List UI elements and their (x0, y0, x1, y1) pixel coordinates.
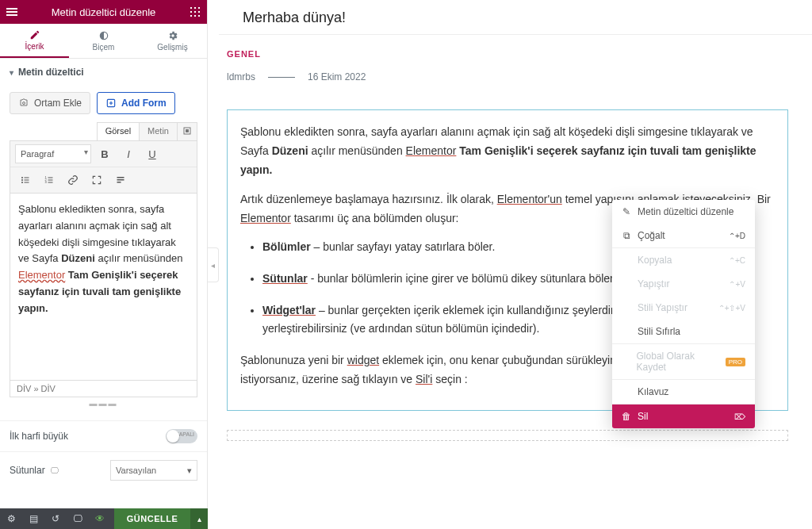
svg-rect-17 (25, 180, 29, 181)
panel-footer: ⚙ ▤ ↺ 🖵 👁 GÜNCELLE ▴ (0, 508, 208, 529)
fullscreen-button[interactable] (86, 171, 107, 190)
svg-point-10 (23, 102, 25, 105)
bulleted-list-button[interactable] (15, 171, 36, 190)
ctx-paste-style: Stili Yapıştır⌃+⇧+V (612, 296, 755, 320)
link-button[interactable] (63, 171, 83, 190)
caret-down-icon: ▾ (10, 68, 13, 77)
svg-point-14 (21, 177, 23, 178)
svg-point-18 (21, 182, 23, 183)
ctx-edit[interactable]: ✎Metin düzeltici düzenle (612, 200, 755, 224)
wysiwyg-toolbar: Paragraf B I U 123 (10, 141, 197, 194)
editor-panel: Metin düzeltici düzenle İçerik Biçem Gel… (0, 0, 208, 529)
editor-area: Ortam Ekle Add Form Görsel Metin Paragra… (0, 86, 207, 420)
underline-button[interactable]: U (142, 144, 163, 163)
tab-content-label: İçerik (25, 42, 44, 51)
tab-content[interactable]: İçerik (0, 24, 69, 58)
svg-point-16 (21, 179, 23, 181)
post-category[interactable]: GENEL (227, 49, 788, 59)
panel-tabs: İçerik Biçem Gelişmiş (0, 24, 207, 59)
panel-header: Metin düzeltici düzenle (0, 0, 207, 24)
add-media-label: Ortam Ekle (34, 98, 82, 109)
add-form-button[interactable]: Add Form (97, 92, 175, 114)
svg-rect-4 (194, 11, 196, 13)
columns-select[interactable]: Varsayılan▾ (110, 460, 197, 481)
duplicate-icon: ⧉ (622, 230, 631, 241)
trash-icon: 🗑 (622, 411, 631, 422)
ctx-paste: Yapıştır⌃+V (612, 272, 755, 296)
editor-distraction-free-icon[interactable] (177, 122, 197, 140)
editor-tab-visual[interactable]: Görsel (97, 122, 140, 140)
svg-rect-15 (25, 178, 29, 178)
svg-rect-21 (48, 178, 53, 178)
post-title: Merhaba dünya! (219, 0, 812, 34)
columns-row: Sütunlar🖵 Varsayılan▾ (0, 451, 207, 489)
ctx-duplicate[interactable]: ⧉Çoğalt⌃+D (612, 224, 755, 247)
svg-rect-7 (194, 15, 196, 17)
device-icon[interactable]: 🖵 (50, 466, 59, 475)
ctx-global-save: Global Olarak KaydetPRO (612, 344, 755, 379)
panel-title: Metin düzeltici düzenle (24, 6, 183, 18)
divider (268, 77, 295, 78)
toggle-knob (167, 430, 179, 443)
tab-style-label: Biçem (93, 43, 115, 52)
tab-advanced[interactable]: Gelişmiş (138, 24, 207, 58)
delete-kb-icon: ⌦ (734, 412, 745, 421)
add-form-label: Add Form (121, 98, 167, 109)
editor-tab-text[interactable]: Metin (139, 122, 178, 140)
pencil-icon: ✎ (622, 206, 631, 217)
svg-rect-13 (186, 129, 189, 132)
svg-rect-27 (117, 179, 124, 181)
chevron-down-icon: ▾ (187, 466, 192, 476)
context-menu: ✎Metin düzeltici düzenle ⧉Çoğalt⌃+D Kopy… (612, 200, 755, 428)
menu-icon[interactable] (0, 0, 24, 24)
collapse-handle[interactable]: ◂ (208, 247, 219, 282)
navigator-icon[interactable]: ▤ (22, 508, 44, 529)
post-author[interactable]: ldmrbs (227, 71, 255, 82)
svg-rect-25 (48, 182, 53, 183)
tab-style[interactable]: Biçem (69, 24, 138, 58)
wysiwyg-body[interactable]: Şablonu ekledikten sonra, sayfa ayarları… (10, 194, 197, 381)
responsive-icon[interactable]: 🖵 (67, 508, 89, 529)
svg-rect-23 (48, 180, 53, 181)
dropcap-row: İlk harfi büyük KAPALI (0, 420, 207, 451)
post-date: 16 Ekim 2022 (308, 71, 366, 82)
svg-rect-28 (117, 182, 121, 183)
add-section-dropzone[interactable] (227, 430, 788, 441)
svg-rect-6 (190, 15, 192, 17)
pro-badge: PRO (726, 358, 745, 366)
bold-button[interactable]: B (94, 144, 115, 163)
tab-advanced-label: Gelişmiş (157, 43, 187, 52)
dropcap-toggle[interactable]: KAPALI (166, 429, 197, 443)
svg-rect-2 (198, 7, 200, 9)
paragraph-select[interactable]: Paragraf (15, 144, 91, 163)
section-text-editor[interactable]: ▾ Metin düzeltici (0, 59, 207, 86)
apps-icon[interactable] (183, 0, 207, 24)
update-button[interactable]: GÜNCELLE (114, 508, 190, 529)
columns-label: Sütunlar (10, 465, 45, 476)
numbered-list-button[interactable]: 123 (39, 171, 59, 190)
divider (219, 34, 812, 35)
history-icon[interactable]: ↺ (44, 508, 67, 529)
svg-rect-0 (190, 7, 192, 9)
ctx-reset-style[interactable]: Stili Sıfırla (612, 320, 755, 343)
svg-rect-3 (190, 11, 192, 13)
editor-breadcrumb[interactable]: DİV » DİV (10, 381, 197, 397)
italic-button[interactable]: I (118, 144, 139, 163)
settings-icon[interactable]: ⚙ (0, 508, 22, 529)
toolbar-toggle-button[interactable] (110, 171, 131, 190)
dropcap-label: İlk harfi büyük (10, 431, 68, 442)
svg-rect-26 (117, 177, 124, 178)
ctx-navigator[interactable]: Kılavuz (612, 380, 755, 404)
preview-icon[interactable]: 👁 (89, 508, 111, 529)
add-media-button[interactable]: Ortam Ekle (10, 92, 90, 114)
svg-rect-5 (198, 11, 200, 13)
ctx-copy: Kopyala⌃+C (612, 248, 755, 272)
svg-rect-1 (194, 7, 196, 9)
resize-handle-icon[interactable]: ▬▬▬ (10, 397, 197, 412)
editor-mode-tabs: Görsel Metin (10, 122, 197, 141)
svg-rect-8 (198, 15, 200, 17)
ctx-delete[interactable]: 🗑Sil⌦ (612, 404, 755, 428)
section-title: Metin düzeltici (18, 67, 84, 78)
update-more-button[interactable]: ▴ (190, 508, 208, 529)
svg-rect-19 (25, 182, 29, 183)
